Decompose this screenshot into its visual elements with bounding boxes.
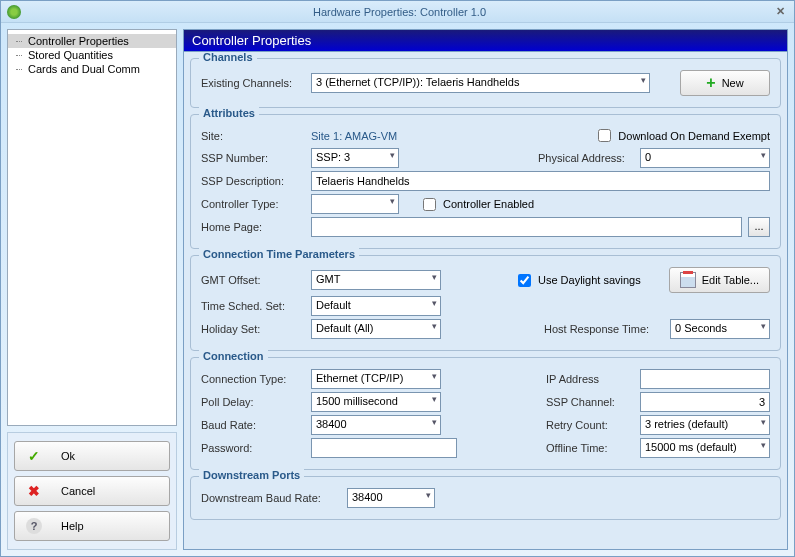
- tree-item-controller-properties[interactable]: Controller Properties: [8, 34, 176, 48]
- downstream-title: Downstream Ports: [199, 469, 304, 481]
- password-label: Password:: [201, 442, 305, 454]
- ip-address-label: IP Address: [546, 373, 634, 385]
- poll-delay-select[interactable]: 1500 millisecond: [311, 392, 441, 412]
- hardware-properties-window: Hardware Properties: Controller 1.0 ✕ Co…: [0, 0, 795, 557]
- downstream-baud-select[interactable]: 38400: [347, 488, 435, 508]
- connection-title: Connection: [199, 350, 268, 362]
- ssp-description-label: SSP Description:: [201, 175, 305, 187]
- calendar-icon: [680, 272, 696, 288]
- help-button[interactable]: ? Help: [14, 511, 170, 541]
- existing-channels-select[interactable]: 3 (Ethernet (TCP/IP)): Telaeris Handheld…: [311, 73, 650, 93]
- nav-tree: Controller Properties Stored Quantities …: [7, 29, 177, 426]
- new-label: New: [722, 77, 744, 89]
- tree-item-cards-dual-comm[interactable]: Cards and Dual Comm: [8, 62, 176, 76]
- retry-count-select[interactable]: 3 retries (default): [640, 415, 770, 435]
- dod-exempt-checkbox[interactable]: Download On Demand Exempt: [594, 126, 770, 145]
- close-icon[interactable]: ✕: [772, 5, 788, 18]
- time-sched-select[interactable]: Default: [311, 296, 441, 316]
- site-label: Site:: [201, 130, 305, 142]
- attributes-title: Attributes: [199, 107, 259, 119]
- controller-enabled-checkbox[interactable]: Controller Enabled: [419, 195, 534, 214]
- holiday-set-label: Holiday Set:: [201, 323, 305, 335]
- site-value: Site 1: AMAG-VM: [311, 130, 397, 142]
- ip-address-input[interactable]: [640, 369, 770, 389]
- baud-rate-select[interactable]: 38400: [311, 415, 441, 435]
- retry-count-label: Retry Count:: [546, 419, 634, 431]
- ssp-channel-label: SSP Channel:: [546, 396, 634, 408]
- time-sched-label: Time Sched. Set:: [201, 300, 305, 312]
- ssp-channel-input[interactable]: [640, 392, 770, 412]
- conn-type-label: Connection Type:: [201, 373, 305, 385]
- downstream-group: Downstream Ports Downstream Baud Rate: 3…: [190, 476, 781, 520]
- baud-rate-label: Baud Rate:: [201, 419, 305, 431]
- channels-group: Channels Existing Channels: 3 (Ethernet …: [190, 58, 781, 108]
- help-icon: ?: [25, 517, 43, 535]
- channels-title: Channels: [199, 51, 257, 63]
- window-title: Hardware Properties: Controller 1.0: [27, 6, 772, 18]
- x-icon: ✖: [25, 482, 43, 500]
- physical-address-label: Physical Address:: [538, 152, 634, 164]
- ssp-number-select[interactable]: SSP: 3: [311, 148, 399, 168]
- ssp-number-label: SSP Number:: [201, 152, 305, 164]
- controller-type-label: Controller Type:: [201, 198, 305, 210]
- home-page-input[interactable]: [311, 217, 742, 237]
- attributes-group: Attributes Site: Site 1: AMAG-VM Downloa…: [190, 114, 781, 249]
- plus-icon: +: [706, 74, 715, 92]
- poll-delay-label: Poll Delay:: [201, 396, 305, 408]
- new-channel-button[interactable]: + New: [680, 70, 770, 96]
- host-response-select[interactable]: 0 Seconds: [670, 319, 770, 339]
- offline-time-label: Offline Time:: [546, 442, 634, 454]
- page-title: Controller Properties: [183, 29, 788, 51]
- titlebar: Hardware Properties: Controller 1.0 ✕: [1, 1, 794, 23]
- check-icon: ✓: [25, 447, 43, 465]
- existing-channels-label: Existing Channels:: [201, 77, 305, 89]
- host-response-label: Host Response Time:: [544, 323, 664, 335]
- app-icon: [7, 5, 21, 19]
- downstream-baud-label: Downstream Baud Rate:: [201, 492, 341, 504]
- home-page-browse-button[interactable]: ...: [748, 217, 770, 237]
- conn-time-title: Connection Time Parameters: [199, 248, 359, 260]
- connection-group: Connection Connection Type: Ethernet (TC…: [190, 357, 781, 470]
- controller-type-select[interactable]: SSP: [311, 194, 399, 214]
- holiday-set-select[interactable]: Default (All): [311, 319, 441, 339]
- ssp-description-input[interactable]: [311, 171, 770, 191]
- tree-item-stored-quantities[interactable]: Stored Quantities: [8, 48, 176, 62]
- help-label: Help: [61, 520, 159, 532]
- cancel-label: Cancel: [61, 485, 159, 497]
- conn-type-select[interactable]: Ethernet (TCP/IP): [311, 369, 441, 389]
- dst-checkbox[interactable]: Use Daylight savings: [514, 271, 641, 290]
- ok-button[interactable]: ✓ Ok: [14, 441, 170, 471]
- password-input[interactable]: [311, 438, 457, 458]
- ok-label: Ok: [61, 450, 159, 462]
- button-panel: ✓ Ok ✖ Cancel ? Help: [7, 432, 177, 550]
- edit-table-button[interactable]: Edit Table...: [669, 267, 770, 293]
- gmt-offset-label: GMT Offset:: [201, 274, 305, 286]
- content-area: Channels Existing Channels: 3 (Ethernet …: [183, 51, 788, 550]
- connection-time-group: Connection Time Parameters GMT Offset: G…: [190, 255, 781, 351]
- physical-address-select[interactable]: 0: [640, 148, 770, 168]
- offline-time-select[interactable]: 15000 ms (default): [640, 438, 770, 458]
- gmt-offset-select[interactable]: GMT: [311, 270, 441, 290]
- cancel-button[interactable]: ✖ Cancel: [14, 476, 170, 506]
- home-page-label: Home Page:: [201, 221, 305, 233]
